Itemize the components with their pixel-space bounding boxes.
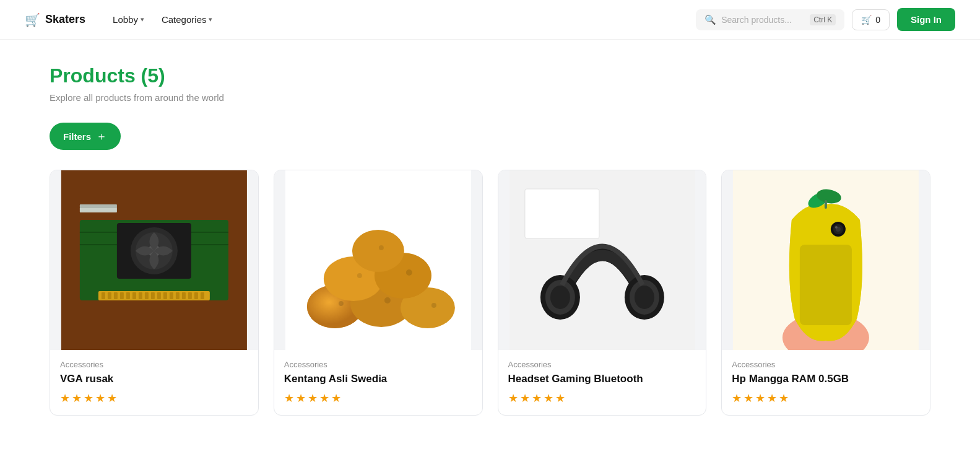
cart-button[interactable]: 🛒 0 — [852, 9, 890, 30]
star-2: ★ — [296, 391, 306, 405]
product-image-potato — [274, 170, 482, 350]
product-name-potato: Kentang Asli Swedia — [284, 373, 472, 385]
product-image-headset — [498, 170, 706, 350]
svg-rect-18 — [151, 292, 155, 299]
svg-rect-28 — [80, 204, 117, 208]
svg-rect-24 — [188, 292, 192, 299]
page-subtitle: Explore all products from around the wor… — [50, 92, 930, 103]
product-card-vga[interactable]: Accessories VGA rusak ★ ★ ★ ★ ★ — [50, 170, 259, 416]
search-placeholder: Search products... — [721, 15, 805, 25]
product-info-vga: Accessories VGA rusak ★ ★ ★ ★ ★ — [50, 350, 258, 415]
svg-rect-16 — [139, 292, 142, 299]
star-4: ★ — [544, 391, 553, 405]
nav-categories[interactable]: Categories ▾ — [154, 9, 220, 30]
product-stars-headset: ★ ★ ★ ★ ★ — [508, 391, 696, 405]
star-3: ★ — [755, 391, 765, 405]
svg-point-42 — [379, 245, 384, 250]
svg-point-47 — [550, 286, 570, 309]
svg-point-39 — [431, 303, 436, 308]
brand-logo[interactable]: 🛒 Skaters — [25, 12, 85, 27]
product-info-mango: Accessories Hp Mangga RAM 0.5GB ★ ★ ★ ★ … — [722, 350, 930, 415]
star-5: ★ — [779, 391, 789, 405]
products-grid: Accessories VGA rusak ★ ★ ★ ★ ★ — [50, 170, 930, 416]
svg-rect-23 — [182, 292, 186, 299]
product-category-headset: Accessories — [508, 360, 696, 369]
lobby-chevron-icon: ▾ — [141, 15, 144, 24]
svg-rect-11 — [108, 292, 111, 299]
svg-point-38 — [384, 297, 391, 303]
star-1: ★ — [60, 391, 70, 405]
brand-icon: 🛒 — [25, 12, 40, 27]
nav-lobby-label: Lobby — [113, 14, 138, 25]
filters-label: Filters — [63, 131, 91, 142]
svg-rect-25 — [194, 292, 198, 299]
signin-button[interactable]: Sign In — [897, 8, 955, 31]
svg-rect-20 — [163, 292, 167, 299]
product-category-vga: Accessories — [60, 360, 248, 369]
svg-rect-44 — [524, 189, 599, 238]
svg-rect-15 — [132, 292, 136, 299]
brand-name: Skaters — [45, 13, 85, 26]
main-content: Products (5) Explore all products from a… — [0, 40, 980, 440]
product-card-headset[interactable]: Accessories Headset Gaming Bluetooth ★ ★… — [498, 170, 707, 416]
star-2: ★ — [520, 391, 530, 405]
product-stars-mango: ★ ★ ★ ★ ★ — [732, 391, 920, 405]
star-2: ★ — [744, 391, 753, 405]
svg-point-50 — [634, 286, 654, 309]
search-shortcut: Ctrl K — [810, 14, 836, 25]
product-card-potato[interactable]: Accessories Kentang Asli Swedia ★ ★ ★ ★ … — [274, 170, 483, 416]
svg-point-59 — [835, 226, 838, 229]
plus-icon: ＋ — [96, 129, 107, 144]
product-stars-potato: ★ ★ ★ ★ ★ — [284, 391, 472, 405]
svg-rect-21 — [170, 292, 173, 299]
product-name-vga: VGA rusak — [60, 373, 248, 385]
filters-button[interactable]: Filters ＋ — [50, 123, 121, 150]
svg-rect-10 — [102, 292, 105, 299]
star-3: ★ — [84, 391, 93, 405]
svg-rect-60 — [800, 245, 852, 325]
svg-point-36 — [352, 230, 404, 272]
svg-rect-22 — [176, 292, 180, 299]
nav-links: Lobby ▾ Categories ▾ — [105, 9, 220, 30]
star-4: ★ — [95, 391, 105, 405]
svg-point-41 — [406, 269, 412, 276]
star-3: ★ — [532, 391, 542, 405]
svg-rect-27 — [80, 207, 117, 212]
categories-chevron-icon: ▾ — [209, 15, 212, 24]
product-name-headset: Headset Gaming Bluetooth — [508, 373, 696, 385]
star-4: ★ — [767, 391, 777, 405]
svg-rect-14 — [126, 292, 130, 299]
page-title: Products (5) — [50, 64, 930, 87]
svg-point-40 — [357, 273, 362, 278]
product-info-potato: Accessories Kentang Asli Swedia ★ ★ ★ ★ … — [274, 350, 482, 415]
cart-icon: 🛒 — [861, 15, 872, 25]
product-category-mango: Accessories — [732, 360, 920, 369]
svg-rect-12 — [114, 292, 118, 299]
svg-rect-13 — [120, 292, 124, 299]
product-info-headset: Accessories Headset Gaming Bluetooth ★ ★… — [498, 350, 706, 415]
search-bar[interactable]: 🔍 Search products... Ctrl K — [696, 9, 844, 30]
cart-count: 0 — [875, 15, 880, 25]
star-4: ★ — [319, 391, 329, 405]
product-category-potato: Accessories — [284, 360, 472, 369]
product-image-vga — [50, 170, 258, 350]
product-name-mango: Hp Mangga RAM 0.5GB — [732, 373, 920, 385]
star-3: ★ — [308, 391, 318, 405]
svg-rect-55 — [825, 200, 827, 209]
svg-rect-26 — [201, 292, 204, 299]
star-2: ★ — [72, 391, 82, 405]
star-5: ★ — [555, 391, 565, 405]
star-1: ★ — [732, 391, 742, 405]
star-1: ★ — [508, 391, 518, 405]
svg-point-37 — [339, 301, 344, 306]
search-icon: 🔍 — [705, 14, 716, 25]
star-5: ★ — [331, 391, 341, 405]
star-1: ★ — [284, 391, 294, 405]
product-image-mango — [722, 170, 930, 350]
svg-rect-17 — [145, 292, 149, 299]
svg-rect-19 — [157, 292, 161, 299]
product-stars-vga: ★ ★ ★ ★ ★ — [60, 391, 248, 405]
product-card-mango[interactable]: Accessories Hp Mangga RAM 0.5GB ★ ★ ★ ★ … — [721, 170, 930, 416]
nav-lobby[interactable]: Lobby ▾ — [105, 9, 152, 30]
navbar: 🛒 Skaters Lobby ▾ Categories ▾ 🔍 Search … — [0, 0, 980, 40]
